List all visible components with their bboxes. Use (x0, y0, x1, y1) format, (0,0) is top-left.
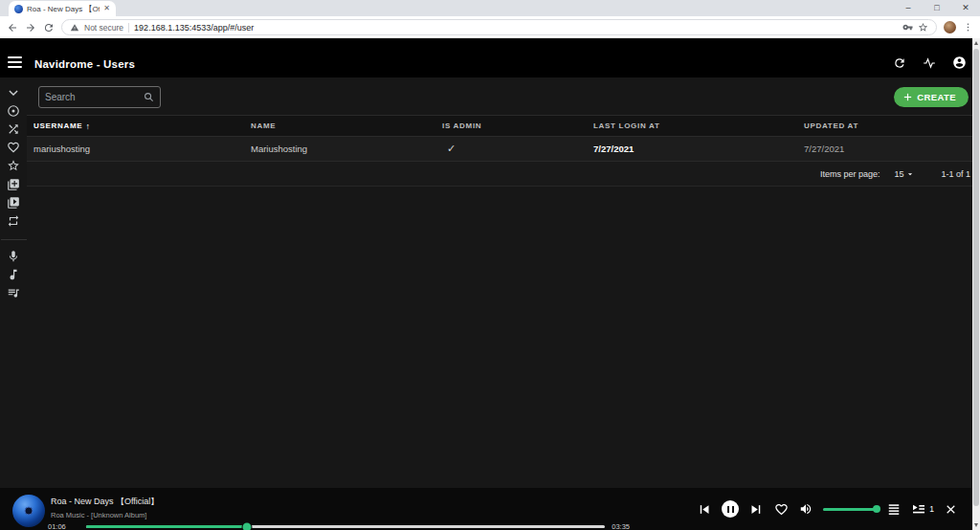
bookmark-star-icon[interactable] (918, 22, 928, 33)
playlist-icon (911, 501, 926, 517)
pagination-range: 1-1 of 1 (941, 169, 970, 179)
table-row[interactable]: mariushosting Mariushosting ✓ 7/27/2021 … (27, 137, 980, 162)
window-maximize-button[interactable]: □ (923, 0, 951, 16)
dropdown-arrow-icon (905, 169, 915, 179)
cell-last-login: 7/27/2021 (587, 144, 797, 154)
scrollbar-down-arrow[interactable] (974, 523, 978, 527)
security-label[interactable]: Not secure (84, 23, 123, 33)
is-admin-check-icon: ✓ (435, 143, 587, 155)
column-is-admin[interactable]: IS ADMIN (435, 121, 587, 130)
create-button-label: CREATE (917, 92, 956, 102)
favorite-heart-icon[interactable] (774, 502, 789, 517)
volume-fill (823, 508, 877, 511)
top-rated-star-icon[interactable] (7, 159, 20, 172)
items-per-page-value: 15 (894, 169, 903, 179)
items-per-page-label: Items per page: (820, 169, 880, 179)
browser-profile-avatar[interactable] (944, 21, 956, 33)
column-name[interactable]: NAME (244, 121, 435, 130)
window-close-button[interactable]: ✕ (951, 0, 980, 16)
app-header: Navidrome - Users (0, 38, 980, 77)
search-icon (144, 92, 154, 102)
repeat-icon[interactable] (7, 214, 20, 228)
volume-thumb[interactable] (873, 505, 880, 513)
player-bar: Roa - New Days 【Official】 Roa Music - [U… (0, 488, 980, 530)
progress-thumb[interactable] (243, 522, 252, 530)
column-updated[interactable]: UPDATED AT (797, 121, 980, 130)
play-mode-order-icon[interactable] (887, 502, 901, 516)
page-title: Navidrome - Users (34, 58, 135, 70)
recently-added-icon[interactable] (7, 178, 20, 191)
pagination-bar: Items per page: 15 1-1 of 1 (27, 162, 980, 187)
tab-strip: Roa - New Days 【Official】 ✕ – □ ✕ (0, 0, 980, 16)
browser-tab[interactable]: Roa - New Days 【Official】 ✕ (9, 1, 116, 16)
window-minimize-button[interactable]: – (894, 0, 923, 16)
album-art[interactable] (12, 495, 45, 527)
browser-toolbar: Not secure 192.168.1.135:4533/app/#/user (0, 16, 980, 38)
sidebar (0, 77, 27, 530)
table-header: USERNAME ↑ NAME IS ADMIN LAST LOGIN AT U… (27, 115, 980, 137)
playlists-queue-icon[interactable] (7, 286, 20, 299)
browser-menu-icon[interactable] (963, 22, 973, 33)
password-key-icon[interactable] (902, 22, 913, 33)
favourites-heart-icon[interactable] (7, 141, 20, 154)
url-text[interactable]: 192.168.1.135:4533/app/#/user (134, 23, 898, 33)
tab-favicon (14, 5, 23, 13)
progress-slider[interactable] (86, 525, 605, 528)
song-title: Roa - New Days 【Official】 (51, 496, 159, 508)
tab-close-icon[interactable]: ✕ (103, 5, 110, 12)
page-scrollbar[interactable] (972, 38, 980, 530)
artists-microphone-icon[interactable] (7, 250, 20, 263)
chevron-down-icon[interactable] (7, 86, 20, 99)
queue-count: 1 (929, 504, 934, 514)
duration: 03:35 (612, 522, 630, 530)
now-playing-info: Roa - New Days 【Official】 Roa Music - [U… (51, 496, 159, 519)
account-icon[interactable] (952, 55, 967, 70)
progress-row: 01:06 03:35 (48, 522, 630, 530)
scrollbar-thumb[interactable] (973, 49, 979, 506)
address-bar[interactable]: Not secure 192.168.1.135:4533/app/#/user (61, 19, 937, 35)
tab-title: Roa - New Days 【Official】 (27, 4, 100, 14)
search-input[interactable] (45, 92, 140, 102)
reload-icon[interactable] (43, 22, 55, 33)
volume-icon[interactable] (799, 502, 813, 516)
column-username-label: USERNAME (33, 121, 82, 130)
activity-pulse-icon[interactable] (923, 56, 936, 70)
browser-chrome: Roa - New Days 【Official】 ✕ – □ ✕ Not se… (0, 0, 980, 38)
cell-username: mariushosting (27, 144, 244, 154)
playlist-toggle[interactable]: 1 (911, 501, 934, 517)
forward-icon[interactable] (25, 22, 36, 33)
sidebar-divider (1, 239, 27, 240)
close-player-icon[interactable] (945, 503, 957, 516)
column-username[interactable]: USERNAME ↑ (27, 121, 244, 131)
menu-hamburger-icon[interactable] (8, 55, 22, 70)
navidrome-app: Navidrome - Users (0, 38, 980, 530)
column-last-login[interactable]: LAST LOGIN AT (587, 121, 797, 130)
volume-slider[interactable] (823, 508, 877, 511)
album-disc-icon[interactable] (7, 104, 20, 118)
player-controls: 1 (697, 488, 957, 530)
omnibox-divider (128, 23, 129, 33)
window-controls: – □ ✕ (894, 0, 980, 16)
cell-name: Mariushosting (244, 144, 435, 154)
not-secure-warning-icon[interactable] (70, 23, 79, 33)
back-icon[interactable] (7, 22, 18, 33)
shuffle-icon[interactable] (7, 122, 20, 136)
main-content: CREATE USERNAME ↑ NAME IS ADMIN LAST LOG… (27, 77, 980, 530)
pause-button[interactable] (722, 500, 739, 518)
create-button[interactable]: CREATE (894, 87, 969, 107)
recently-played-icon[interactable] (7, 196, 20, 210)
progress-fill (86, 525, 247, 528)
search-box[interactable] (38, 86, 161, 108)
scrollbar-up-arrow[interactable] (974, 41, 978, 45)
current-time: 01:06 (48, 522, 86, 530)
refresh-icon[interactable] (893, 56, 906, 70)
items-per-page-select[interactable]: 15 (894, 169, 915, 179)
songs-note-icon[interactable] (7, 268, 20, 281)
cell-updated: 7/27/2021 (797, 144, 980, 154)
sort-asc-icon: ↑ (85, 121, 90, 131)
plus-icon (902, 92, 913, 102)
previous-track-icon[interactable] (697, 502, 711, 517)
list-toolbar: CREATE (27, 77, 980, 115)
next-track-icon[interactable] (749, 502, 764, 517)
artist-album: Roa Music - [Unknown Album] (51, 511, 159, 519)
